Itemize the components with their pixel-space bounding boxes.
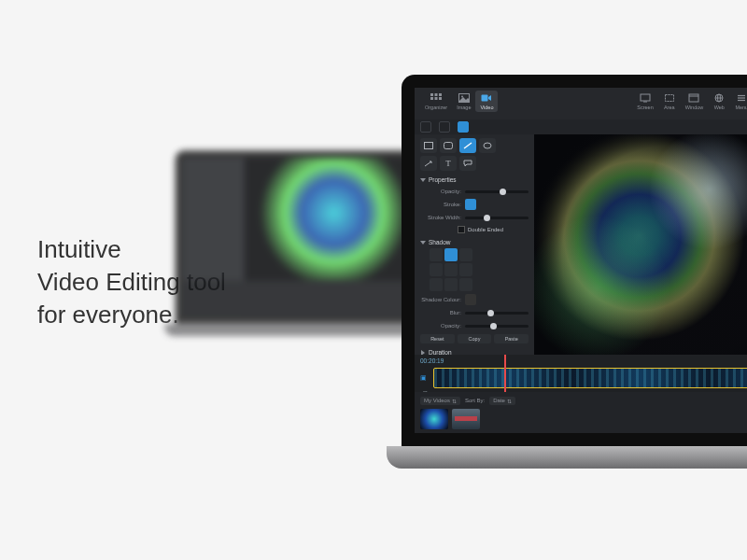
opacity-label: Opacity: — [420, 189, 465, 194]
section-title: Shadow — [429, 239, 451, 245]
shadow-blur-slider[interactable] — [465, 312, 529, 315]
capture-area[interactable]: Area — [658, 91, 681, 112]
shadow-pos[interactable] — [459, 263, 472, 276]
chevron-down-icon — [420, 241, 426, 245]
shadow-buttons: Reset Copy Paste — [420, 334, 529, 343]
tool-arrow[interactable] — [420, 156, 437, 171]
tab-label: Web — [714, 105, 725, 110]
double-ended-label: Double Ended — [468, 227, 503, 232]
shadow-position-grid — [430, 248, 529, 291]
shadow-blur-label: Blur: — [420, 310, 465, 315]
tab-video[interactable]: Video — [475, 91, 498, 112]
svg-rect-2 — [439, 93, 442, 96]
tool-empty — [479, 156, 496, 171]
tool-line[interactable] — [459, 138, 476, 153]
media-thumb[interactable] — [420, 409, 448, 429]
tool-oval[interactable] — [479, 138, 496, 153]
tool-text[interactable]: T — [440, 156, 457, 171]
main-area: T Properties Opacity: — [415, 134, 747, 355]
tab-label: Window — [685, 105, 704, 110]
svg-rect-12 — [689, 94, 698, 102]
tab-label: Organizer — [425, 105, 447, 110]
paste-button[interactable]: Paste — [494, 334, 529, 343]
properties-header[interactable]: Properties — [420, 176, 529, 183]
area-icon — [663, 92, 676, 104]
chevron-updown-icon: ⇅ — [452, 398, 457, 404]
tab-label: Screen — [637, 105, 653, 110]
tab-label: Video — [480, 105, 493, 110]
image-icon — [458, 92, 471, 104]
capture-menu[interactable]: Menu — [730, 91, 747, 112]
sort-value: Date — [493, 398, 505, 403]
stroke-label: Stroke: — [420, 202, 465, 207]
svg-point-7 — [461, 96, 463, 98]
tab-organizer[interactable]: Organizer — [420, 91, 452, 112]
chevron-updown-icon: ⇅ — [507, 398, 512, 404]
media-browser: My Videos ⇅ Sort By: Date ⇅ — [415, 392, 747, 433]
svg-rect-4 — [435, 97, 438, 100]
shadow-colour-row: Shadow Colour: — [420, 294, 529, 305]
tab-label: Image — [457, 105, 471, 110]
tool-rect[interactable] — [420, 138, 437, 153]
shadow-pos[interactable] — [444, 263, 458, 276]
chevron-down-icon — [420, 178, 426, 182]
laptop-deck — [387, 446, 747, 469]
tab-image[interactable]: Image — [452, 91, 475, 112]
subtool-1[interactable] — [420, 121, 431, 133]
copy-button[interactable]: Copy — [458, 334, 492, 343]
shadow-section: Shadow — [420, 239, 529, 343]
shadow-pos[interactable] — [444, 248, 458, 261]
sort-prefix: Sort By: — [465, 398, 485, 403]
video-icon — [480, 92, 493, 104]
shadow-colour-swatch[interactable] — [465, 294, 476, 305]
reset-button[interactable]: Reset — [420, 334, 455, 343]
svg-rect-8 — [482, 95, 488, 102]
svg-rect-22 — [425, 143, 433, 149]
shadow-header[interactable]: Shadow — [420, 239, 529, 245]
svg-rect-11 — [665, 95, 673, 102]
tab-label: Area — [664, 105, 675, 110]
opacity-row: Opacity: — [420, 186, 529, 197]
shadow-pos[interactable] — [430, 248, 443, 261]
stroke-color-swatch[interactable] — [465, 199, 476, 210]
media-thumbnails — [420, 409, 747, 429]
svg-rect-1 — [435, 93, 438, 96]
capture-screen[interactable]: Screen — [632, 91, 657, 112]
video-track: ▣ — [420, 366, 747, 390]
app-screen: Organizer Image Video — [415, 88, 747, 433]
svg-rect-0 — [430, 93, 433, 96]
stroke-width-row: Stroke Width: — [420, 212, 529, 223]
shadow-pos[interactable] — [430, 263, 443, 276]
capture-web[interactable]: Web — [708, 91, 730, 112]
section-title: Properties — [429, 176, 457, 183]
stroke-width-label: Stroke Width: — [420, 215, 465, 220]
opacity-slider[interactable] — [465, 190, 529, 193]
sort-select[interactable]: Date ⇅ — [489, 397, 515, 405]
shadow-pos[interactable] — [459, 278, 472, 291]
svg-point-25 — [484, 143, 491, 148]
shadow-pos[interactable] — [430, 278, 443, 291]
annotation-tools: T — [420, 138, 529, 171]
svg-line-26 — [425, 161, 431, 166]
playhead[interactable] — [504, 355, 506, 392]
shadow-opacity-slider[interactable] — [465, 325, 529, 328]
capture-window[interactable]: Window — [681, 91, 709, 112]
subtool-3[interactable] — [458, 121, 469, 133]
double-ended-check[interactable]: Double Ended — [420, 226, 529, 233]
shadow-pos[interactable] — [444, 278, 458, 291]
svg-line-24 — [464, 143, 472, 148]
stroke-row: Stroke: — [420, 199, 529, 210]
timecode: 00:20:19 — [420, 357, 747, 364]
shadow-pos[interactable] — [459, 248, 472, 261]
tool-roundrect[interactable] — [440, 138, 457, 153]
timeline: 00:20:19 ▣ 🔊 — [415, 355, 747, 392]
properties-section: Properties Opacity: Stroke: Stroke — [420, 176, 529, 233]
tool-callout[interactable] — [459, 156, 476, 171]
video-canvas[interactable] — [534, 134, 747, 355]
subtool-2[interactable] — [439, 121, 450, 133]
video-clip[interactable] — [433, 368, 747, 388]
browser-controls: My Videos ⇅ Sort By: Date ⇅ — [420, 395, 747, 406]
stroke-width-slider[interactable] — [465, 217, 529, 219]
source-select[interactable]: My Videos ⇅ — [420, 397, 460, 405]
media-thumb[interactable] — [452, 409, 480, 429]
